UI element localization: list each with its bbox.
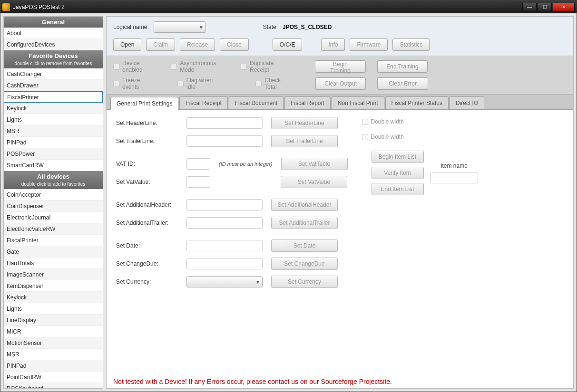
sidebar-item-cashdrawer[interactable]: CashDrawer [4,80,103,91]
maximize-button[interactable]: ☐ [538,3,552,11]
verify-item-button[interactable]: Verify Item [372,167,424,179]
vat-id-label: VAT ID: [116,161,178,167]
sidebar-item-coindispenser[interactable]: CoinDispenser [4,201,103,212]
vatvalue-input[interactable] [186,176,210,188]
tab-general-print-settings[interactable]: General Print Settings [110,97,178,110]
sidebar-item-cashchanger[interactable]: CashChanger [4,68,103,80]
sidebar-item-electronicjournal[interactable]: ElectronicJournal [4,212,103,223]
set-addheader-label: Set AdditionalHeader: [116,201,178,208]
double-width-trailer-check[interactable]: Double width [362,134,478,140]
sidebar-item-lights[interactable]: Lights [4,303,103,315]
sidebar-item-poskeyboard[interactable]: POSKeyboard [4,383,103,388]
addheader-input[interactable] [186,199,263,210]
sidebar-item-micr[interactable]: MICR [4,326,103,337]
app-icon [2,3,10,11]
sidebar-item-smartcardrw[interactable]: SmartCardRW [4,160,103,171]
tab-fiscal-document[interactable]: Fiscal Document [229,96,284,109]
set-addheader-button[interactable]: Set AdditionalHeader [271,199,338,211]
tab-fiscal-receipt[interactable]: Fiscal Receipt [179,96,227,109]
begin-item-list-button[interactable]: Begin Item List [372,151,424,163]
freeze-events-check[interactable]: Freeze events [113,77,156,90]
set-addtrailer-button[interactable]: Set AdditionalTrailer [271,217,338,229]
tab-direct-io[interactable]: Direct IO [450,96,484,109]
currency-select[interactable]: ▼ [186,276,263,287]
top-bar: Logical name: ▼ State: JPOS_S_CLOSED Ope… [107,17,573,56]
check-total-check[interactable]: Check Total [255,77,293,90]
chevron-down-icon: ▼ [199,25,204,30]
sidebar-item-pinpad[interactable]: PINPad [4,137,103,148]
double-width-header-check[interactable]: Double width [362,118,478,125]
sidebar-item-pinpad[interactable]: PINPad [4,360,103,372]
release-button[interactable]: Release [180,38,215,51]
sidebar-item-lights[interactable]: Lights [4,114,103,125]
sidebar-item-configureddevices[interactable]: ConfiguredDevices [4,39,103,50]
tab-fiscal-printer-status[interactable]: Fiscal Printer Status [385,96,449,109]
begin-training-button[interactable]: Begin Training [315,60,366,73]
sidebar-item-gate[interactable]: Gate [4,246,103,258]
sidebar-item-motionsensor[interactable]: MotionSensor [4,337,103,349]
all-list: CoinAcceptorCoinDispenserElectronicJourn… [4,189,103,388]
sidebar-item-keylock[interactable]: Keylock [4,103,103,114]
firmware-button[interactable]: Firmware [350,38,388,51]
changedue-input[interactable] [186,258,263,269]
all-header: All devicesdouble click to add to favori… [4,171,103,189]
info-button[interactable]: Info [321,38,345,51]
sidebar: General AboutConfiguredDevices Favorite … [3,16,103,389]
sidebar-item-linedisplay[interactable]: LineDisplay [4,315,103,326]
body: General AboutConfiguredDevices Favorite … [0,13,577,392]
favorites-list: CashChangerCashDrawerFiscalPrinterKeyloc… [4,68,103,171]
clear-error-button[interactable]: Clear Error [377,77,428,90]
tab-fiscal-report[interactable]: Fiscal Report [284,96,331,109]
oce-button[interactable]: O/C/E [273,38,303,51]
sidebar-item-about[interactable]: About [4,28,103,39]
sidebar-item-electronicvaluerw[interactable]: ElectronicValueRW [4,223,103,235]
header-input[interactable] [186,117,263,129]
set-currency-label: Set Currency: [116,278,178,285]
item-name-label: Item name [440,163,468,169]
title-bar: JavaPOS POStest 2 — ☐ ✕ [0,0,577,13]
minimize-button[interactable]: — [522,3,537,11]
sidebar-item-imagescanner[interactable]: ImageScanner [4,269,103,280]
sidebar-item-pospower[interactable]: POSPower [4,148,103,160]
set-trailer-button[interactable]: Set TrailerLine [271,135,338,147]
trailer-input[interactable] [186,135,263,147]
sidebar-item-fiscalprinter[interactable]: FiscalPrinter [4,235,103,246]
set-header-button[interactable]: Set HeaderLine [271,117,338,129]
open-button[interactable]: Open [113,38,141,51]
end-item-list-button[interactable]: End Item List [372,183,424,195]
general-header: General [4,17,103,28]
set-currency-button[interactable]: Set Currency [271,276,338,288]
close-button-action[interactable]: Close [220,38,249,51]
sidebar-item-pointcardrw[interactable]: PointCardRW [4,372,103,383]
sidebar-item-keylock[interactable]: Keylock [4,292,103,303]
sidebar-item-msr[interactable]: MSR [4,125,103,137]
date-input[interactable] [186,240,263,251]
sidebar-item-itemdispenser[interactable]: ItemDispenser [4,280,103,292]
set-date-button[interactable]: Set Date [271,239,338,252]
device-enabled-check[interactable]: Device enabled [113,60,159,73]
duplicate-receipt-check[interactable]: Duplicate Receipt [241,60,292,73]
set-changedue-button[interactable]: Set ChangeDue [271,258,338,270]
tab-non-fiscal-print[interactable]: Non Fiscal Print [332,96,384,109]
set-vatvalue-button[interactable]: Set VatValue [281,176,347,188]
sidebar-item-msr[interactable]: MSR [4,349,103,360]
clear-output-button[interactable]: Clear Output [315,77,366,90]
item-name-input[interactable] [430,172,478,183]
flag-idle-check[interactable]: Flag when Idle [177,77,222,90]
tab-content: Set HeaderLine: Set HeaderLine Set Trail… [107,110,573,375]
end-training-button[interactable]: End Training [377,60,428,73]
statistics-button[interactable]: Statistics [392,38,430,51]
set-vattable-button[interactable]: Set VatTable [281,158,348,170]
logical-name-select[interactable]: ▼ [154,21,206,33]
sidebar-item-hardtotals[interactable]: HardTotals [4,258,103,269]
app-window: JavaPOS POStest 2 — ☐ ✕ General AboutCon… [0,0,577,392]
vat-id-input[interactable] [186,158,210,170]
state-value: JPOS_S_CLOSED [283,24,332,30]
claim-button[interactable]: Claim [146,38,175,51]
window-title: JavaPOS POStest 2 [13,4,65,10]
sidebar-item-coinacceptor[interactable]: CoinAcceptor [4,189,103,201]
sidebar-item-fiscalprinter[interactable]: FiscalPrinter [4,91,103,103]
async-mode-check[interactable]: Asynchronous Mode [171,60,229,73]
close-button[interactable]: ✕ [553,3,575,11]
addtrailer-input[interactable] [186,217,263,229]
